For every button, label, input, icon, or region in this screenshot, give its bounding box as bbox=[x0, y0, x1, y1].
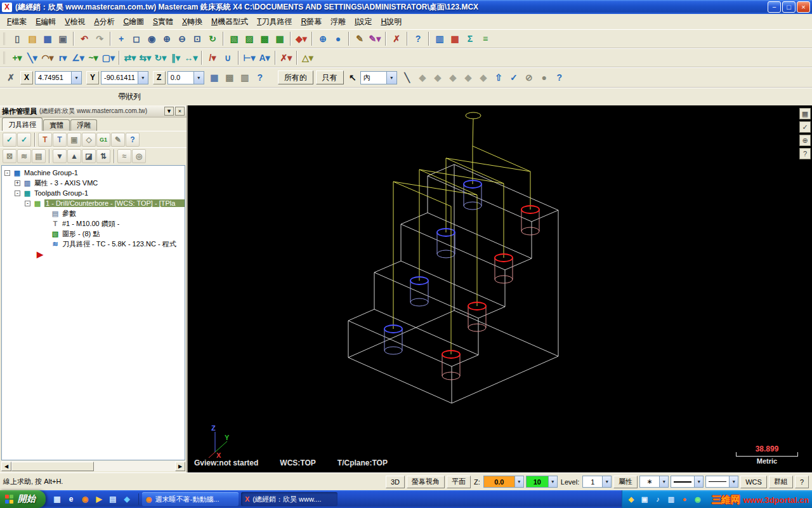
screen-view-button[interactable]: 螢幕視角 bbox=[407, 476, 445, 488]
tree-parameters[interactable]: ▤ 參數 bbox=[2, 208, 185, 218]
chevron-down-icon[interactable]: ▾ bbox=[694, 476, 703, 487]
menu-help[interactable]: H說明 bbox=[376, 15, 406, 29]
open-file-button[interactable]: ▤ bbox=[25, 31, 40, 46]
tree-toggle[interactable]: - bbox=[25, 201, 30, 206]
graphics-viewport[interactable]: Z Y X Gview:not started WCS:TOP T/Cplane… bbox=[188, 105, 812, 472]
x-axis-button[interactable]: X bbox=[20, 71, 33, 84]
cursor-x-button[interactable]: ✗ bbox=[3, 70, 18, 85]
scroll-insert-button[interactable]: ⇅ bbox=[96, 149, 110, 163]
maximize-button[interactable]: □ bbox=[782, 1, 796, 13]
status-help-button[interactable]: ? bbox=[795, 476, 809, 488]
tree-geometry[interactable]: ▧ 圖形 - (8) 點 bbox=[2, 229, 185, 239]
minimize-button[interactable]: − bbox=[768, 1, 781, 13]
vp-zoom-button[interactable]: ⊕ bbox=[799, 135, 811, 146]
chevron-down-icon[interactable]: ▾ bbox=[514, 476, 523, 487]
move-insert-button[interactable]: ◪ bbox=[82, 149, 96, 163]
edit-feed-button[interactable]: ✎ bbox=[111, 133, 125, 147]
delete-duplicates-button[interactable]: ✗▾ bbox=[278, 50, 294, 65]
z-coordinate-input[interactable]: 0.0 ▾ bbox=[167, 71, 204, 84]
gview-top-button[interactable]: ▧ bbox=[226, 31, 242, 46]
z-axis-button[interactable]: Z bbox=[153, 71, 166, 84]
line-thickness-combo[interactable]: ▾ bbox=[705, 476, 738, 488]
note-button[interactable]: A▾ bbox=[257, 50, 272, 65]
tree-insert-marker[interactable]: ▶ bbox=[2, 249, 185, 259]
menu-machine-type[interactable]: M機器型式 bbox=[207, 15, 252, 29]
selection-help-button[interactable]: ? bbox=[552, 70, 567, 85]
move-up-button[interactable]: ▲ bbox=[67, 149, 81, 163]
macros-button[interactable]: ≡ bbox=[478, 31, 493, 46]
ql-messenger[interactable]: ◆ bbox=[121, 493, 133, 505]
close-button[interactable]: × bbox=[797, 1, 810, 13]
viewport-canvas[interactable]: Z Y X bbox=[188, 105, 811, 472]
toolbar-grip[interactable] bbox=[3, 32, 6, 45]
undo-button[interactable]: ↶ bbox=[77, 31, 92, 46]
select-last-button[interactable]: ⇧ bbox=[491, 70, 506, 85]
select-mask-button-2[interactable]: ◆ bbox=[430, 70, 445, 85]
menu-art[interactable]: 浮雕 bbox=[326, 15, 350, 29]
panel-menu-button[interactable]: ▼ bbox=[164, 107, 174, 116]
xform-mirror-button[interactable]: ⇆▾ bbox=[138, 50, 153, 65]
license-monitor-button[interactable]: ▦ bbox=[447, 31, 462, 46]
move-down-button[interactable]: ▼ bbox=[53, 149, 67, 163]
select-mask-button-3[interactable]: ◆ bbox=[445, 70, 461, 85]
panel-close-button[interactable]: × bbox=[175, 107, 185, 116]
chevron-down-icon[interactable]: ▾ bbox=[729, 476, 738, 487]
select-all-operations-button[interactable]: ✓ bbox=[3, 133, 16, 147]
join-entities-button[interactable]: ∪ bbox=[220, 50, 235, 65]
tree-horizontal-scrollbar[interactable]: ◀ ▶ bbox=[1, 461, 185, 471]
dynamic-pan-button[interactable]: + bbox=[114, 31, 129, 46]
select-sphere-button[interactable]: ● bbox=[537, 70, 552, 85]
menu-xform[interactable]: X轉換 bbox=[178, 15, 207, 29]
zoom-fit-button[interactable]: ⊡ bbox=[190, 31, 205, 46]
scroll-left-icon[interactable]: ◀ bbox=[1, 462, 11, 471]
3d-mode-button[interactable]: 3D bbox=[386, 476, 405, 488]
analyze-button[interactable]: △▾ bbox=[300, 50, 315, 65]
tree-toggle[interactable]: + bbox=[15, 180, 20, 186]
wcs-button[interactable]: WCS bbox=[740, 476, 767, 488]
grid-snap-button[interactable]: ▥ bbox=[237, 70, 252, 85]
single-line-select-button[interactable]: ╲ bbox=[400, 70, 415, 85]
gview-cube-button[interactable]: ◆▾ bbox=[294, 31, 309, 46]
select-only-button[interactable]: 只有 bbox=[316, 70, 344, 84]
toolbar-grip[interactable] bbox=[3, 51, 6, 64]
verify-button[interactable]: ◇ bbox=[82, 133, 96, 147]
scrollbar-thumb[interactable] bbox=[11, 462, 94, 471]
vp-help-button[interactable]: ? bbox=[799, 148, 811, 159]
chevron-down-icon[interactable]: ▾ bbox=[386, 72, 396, 84]
create-line-button[interactable]: ╲▾ bbox=[25, 50, 40, 65]
post-button[interactable]: G1 bbox=[96, 133, 110, 147]
ops-options-button[interactable]: ◎ bbox=[132, 149, 146, 163]
backplot-button[interactable]: ▣ bbox=[67, 133, 81, 147]
point-snap-button[interactable]: ▩ bbox=[222, 70, 237, 85]
line-width-combo[interactable]: 10▾ bbox=[526, 476, 558, 488]
chevron-down-icon[interactable]: ▾ bbox=[71, 72, 81, 84]
xform-offset-button[interactable]: ∥▾ bbox=[168, 50, 183, 65]
xform-scale-button[interactable]: ↔▾ bbox=[183, 50, 199, 65]
construction-plane-button[interactable]: ● bbox=[331, 31, 346, 46]
tree-operation-1[interactable]: - ▩ 1 - Drill/Counterbore - [WCS: TOP] -… bbox=[2, 198, 185, 208]
tray-volume-icon[interactable]: ♪ bbox=[653, 494, 663, 504]
gview-front-button[interactable]: ▨ bbox=[242, 31, 257, 46]
tray-antivirus-icon[interactable]: ◆ bbox=[626, 494, 636, 504]
toolpath-lock-button[interactable]: ⊠ bbox=[3, 149, 16, 163]
tab-art[interactable]: 浮雕 bbox=[70, 119, 97, 131]
repaint-button[interactable]: ↻ bbox=[205, 31, 220, 46]
zoom-out-button[interactable]: ⊖ bbox=[174, 31, 190, 46]
point-style-combo[interactable]: ∗▾ bbox=[639, 476, 669, 488]
select-mask-button-1[interactable]: ◆ bbox=[415, 70, 430, 85]
plane-button[interactable]: 平面 bbox=[447, 476, 471, 488]
ql-show-desktop[interactable]: ▦ bbox=[51, 493, 63, 505]
zoom-window-button[interactable]: ◻ bbox=[129, 31, 144, 46]
chevron-down-icon[interactable]: ▾ bbox=[193, 72, 204, 84]
ops-doc-button[interactable]: ▤ bbox=[32, 149, 46, 163]
menu-file[interactable]: F檔案 bbox=[3, 15, 31, 29]
tree-toolpath-file[interactable]: ≋ 刀具路徑 - TC - 5.8K - 123.NC - 程式 bbox=[2, 239, 185, 249]
y-axis-button[interactable]: Y bbox=[86, 71, 99, 84]
tray-update-icon[interactable]: ● bbox=[679, 494, 690, 504]
xform-translate-button[interactable]: ⇄▾ bbox=[122, 50, 138, 65]
calculator-button[interactable]: Σ bbox=[462, 31, 478, 46]
selection-mode-select[interactable]: 內 ▾ bbox=[360, 71, 397, 84]
menu-view[interactable]: V檢視 bbox=[60, 15, 89, 29]
z-depth-combo[interactable]: 0.0▾ bbox=[483, 476, 524, 488]
attributes-button[interactable]: 屬性 bbox=[613, 476, 638, 488]
